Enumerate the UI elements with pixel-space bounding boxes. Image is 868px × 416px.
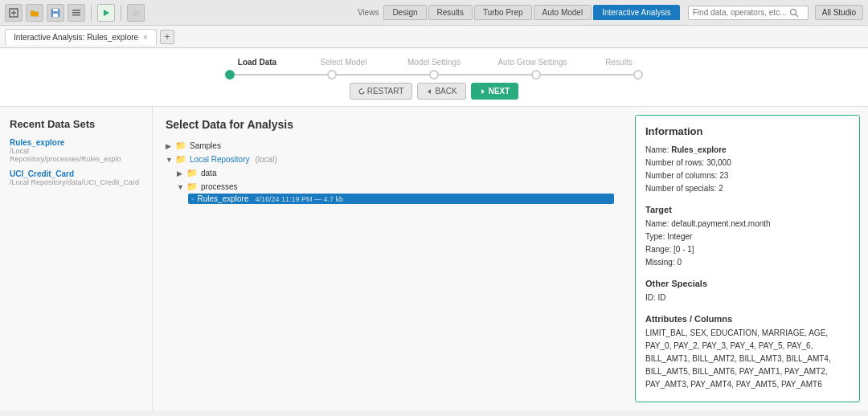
specials-label: Number of specials: xyxy=(645,184,716,193)
sep1 xyxy=(91,5,92,21)
target-missing: Missing: 0 xyxy=(645,256,850,269)
samples-item[interactable]: ▶ 📁 Samples xyxy=(166,139,614,153)
local-repo-expand[interactable]: ▼ xyxy=(166,156,172,164)
svg-rect-7 xyxy=(72,12,80,14)
target-section: Target Name: default.payment.next.month … xyxy=(645,205,850,269)
samples-folder-icon: 📁 xyxy=(175,141,186,151)
new-btn[interactable] xyxy=(5,4,23,22)
doc-tab[interactable]: Interactive Analysis: Rules_explore × xyxy=(5,29,157,45)
processes-label: processes xyxy=(201,182,238,191)
file-detail-label: 4/16/24 11:19 PM — 4.7 kb xyxy=(255,195,343,203)
recent-item-rules[interactable]: Rules_explore /Local Repository/processe… xyxy=(10,138,142,163)
tab-interactive[interactable]: Interactive Analysis xyxy=(593,5,680,20)
views-label: Views xyxy=(358,8,379,17)
step-connector-2 xyxy=(439,74,531,75)
step-connector-1 xyxy=(337,74,429,75)
run-btn[interactable] xyxy=(97,4,115,22)
target-name: Name: default.payment.next.month xyxy=(645,218,850,230)
tab-design[interactable]: Design xyxy=(383,5,426,20)
svg-rect-4 xyxy=(53,14,58,17)
svg-marker-14 xyxy=(428,89,431,94)
step-label-2: Model Settings xyxy=(398,58,470,67)
step-dot-3 xyxy=(531,70,541,80)
info-specials-row: Number of specials: 2 xyxy=(645,182,850,195)
recent-item-uci-name: UCI_Credit_Card xyxy=(10,169,142,178)
search-icon xyxy=(789,8,799,18)
file-name-label: Rules_explore xyxy=(198,194,249,203)
name-value: Rules_explore xyxy=(671,145,726,154)
step-connector-0 xyxy=(235,74,327,75)
step-label-4: Results xyxy=(595,58,643,67)
search-input[interactable] xyxy=(693,8,789,17)
name-label: Name: xyxy=(645,145,669,154)
local-repo-folder-icon: 📁 xyxy=(175,154,186,165)
cols-label: Number of columns: xyxy=(645,171,717,180)
tab-automodel[interactable]: Auto Model xyxy=(534,5,592,20)
samples-expand[interactable]: ▶ xyxy=(166,142,172,150)
local-repo-item[interactable]: ▼ 📁 Local Repository (local) xyxy=(166,153,614,166)
processes-folder-icon: 📁 xyxy=(186,181,198,192)
processes-item[interactable]: ▼ 📁 processes xyxy=(177,180,614,194)
other-specials-section: Other Specials ID: ID xyxy=(645,279,850,304)
other-specials-title: Other Specials xyxy=(645,279,850,288)
svg-rect-10 xyxy=(133,10,139,16)
add-tab-btn[interactable]: + xyxy=(160,30,174,44)
rules-explore-file[interactable]: ▪ Rules_explore 4/16/24 11:19 PM — 4.7 k… xyxy=(188,194,614,204)
processes-expand[interactable]: ▼ xyxy=(177,183,183,191)
views-area: Views Design Results Turbo Prep Auto Mod… xyxy=(358,5,680,20)
local-repo-label: Local Repository xyxy=(190,155,249,164)
data-expand[interactable]: ▶ xyxy=(177,169,183,177)
wizard-nav: RESTART BACK NEXT xyxy=(350,83,519,100)
search-box xyxy=(688,6,809,20)
svg-line-12 xyxy=(796,14,798,17)
restart-btn[interactable]: RESTART xyxy=(350,83,413,100)
back-icon xyxy=(426,88,432,95)
recent-item-uci[interactable]: UCI_Credit_Card /Local Repository/data/U… xyxy=(10,169,142,186)
data-item[interactable]: ▶ 📁 data xyxy=(177,166,614,180)
tab-turboprep[interactable]: Turbo Prep xyxy=(474,5,532,20)
left-panel: Recent Data Sets Rules_explore /Local Re… xyxy=(0,107,153,410)
save-btn[interactable] xyxy=(47,4,64,22)
file-tree: ▶ 📁 Samples ▼ 📁 Local Repository (local)… xyxy=(166,139,614,204)
info-rows-row: Number of rows: 30,000 xyxy=(645,157,850,169)
info-name-row: Name: Rules_explore xyxy=(645,144,850,157)
svg-point-11 xyxy=(790,9,796,14)
step-dot-0 xyxy=(225,70,235,80)
info-cols-row: Number of columns: 23 xyxy=(645,169,850,182)
rows-label: Number of rows: xyxy=(645,158,704,167)
tab-results[interactable]: Results xyxy=(428,5,473,20)
info-panel: Information Name: Rules_explore Number o… xyxy=(635,115,860,402)
toolbar: Views Design Results Turbo Prep Auto Mod… xyxy=(0,0,868,26)
menu-btn[interactable] xyxy=(68,4,85,22)
svg-marker-9 xyxy=(104,10,109,16)
tab-bar: Interactive Analysis: Rules_explore × + xyxy=(0,26,868,48)
target-section-title: Target xyxy=(645,205,850,214)
stop-btn[interactable] xyxy=(127,4,145,22)
other-specials-value: ID: ID xyxy=(645,292,850,304)
recent-item-uci-path: /Local Repository/data/UCI_Credit_Card xyxy=(10,178,142,186)
recent-datasets-title: Recent Data Sets xyxy=(10,118,142,130)
open-btn[interactable] xyxy=(26,4,43,22)
wizard-area: Load Data Select Model Model Settings Au… xyxy=(0,48,868,107)
samples-label: Samples xyxy=(190,141,221,150)
target-type: Type: Integer xyxy=(645,230,850,243)
sep2 xyxy=(121,5,121,21)
rows-value: 30,000 xyxy=(706,158,731,167)
doc-tab-close[interactable]: × xyxy=(143,33,148,42)
step-label-3: Auto Grow Settings xyxy=(493,58,573,67)
info-title: Information xyxy=(645,125,850,137)
recent-item-rules-path: /Local Repository/processes/Rules_explo xyxy=(10,147,142,163)
svg-rect-5 xyxy=(53,9,58,11)
back-btn[interactable]: BACK xyxy=(417,83,465,100)
specials-value: 2 xyxy=(719,184,723,193)
svg-rect-8 xyxy=(72,14,80,16)
attributes-title: Attributes / Columns xyxy=(645,314,850,324)
target-range: Range: [0 - 1] xyxy=(645,243,850,256)
middle-panel: Select Data for Analysis ▶ 📁 Samples ▼ 📁… xyxy=(153,107,627,410)
select-data-title: Select Data for Analysis xyxy=(166,118,614,131)
svg-rect-6 xyxy=(72,10,80,11)
all-studio-btn[interactable]: All Studio xyxy=(815,5,863,20)
recent-item-rules-name: Rules_explore xyxy=(10,138,142,147)
step-label-0: Load Data xyxy=(225,58,289,67)
next-btn[interactable]: NEXT xyxy=(471,83,519,100)
